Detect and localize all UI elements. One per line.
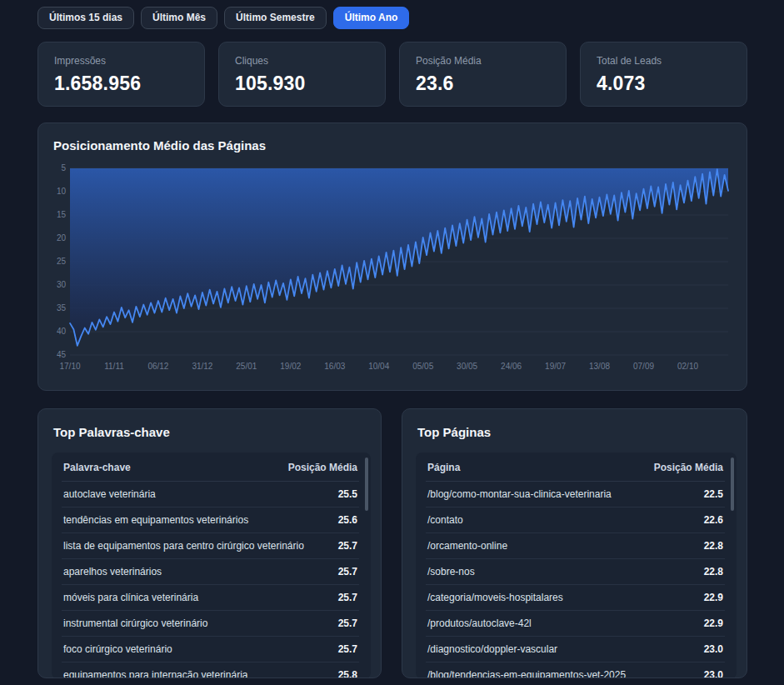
keywords-scrollbar-thumb[interactable]: [365, 458, 368, 511]
svg-text:24/06: 24/06: [501, 362, 522, 371]
keywords-table[interactable]: Palavra-chave Posição Média autoclave ve…: [52, 452, 371, 678]
label-cell: /blog/como-montar-sua-clinica-veterinari…: [427, 488, 612, 500]
keywords-table-title: Top Palavras-chave: [53, 425, 371, 439]
filter-button-ultimos-15-dias[interactable]: Últimos 15 dias: [37, 7, 134, 29]
pages-table-header: Página Posição Média: [426, 452, 725, 482]
filter-button-ultimo-ano[interactable]: Último Ano: [333, 7, 410, 29]
keyword-row: equipamentos para internação veterinária…: [62, 662, 359, 678]
svg-text:5: 5: [61, 164, 66, 172]
column-header-position: Posição Média: [654, 462, 723, 473]
svg-text:07/09: 07/09: [633, 362, 654, 371]
svg-text:13/08: 13/08: [589, 362, 610, 371]
svg-text:16/03: 16/03: [324, 362, 345, 371]
label-cell: /orcamento-online: [427, 540, 507, 552]
position-cell: 25.7: [338, 643, 357, 655]
svg-text:02/10: 02/10: [677, 362, 698, 371]
column-header-position: Posição Média: [288, 462, 357, 473]
position-cell: 25.7: [338, 540, 357, 552]
pages-scrollbar-thumb[interactable]: [731, 458, 734, 511]
label-cell: /produtos/autoclave-42l: [427, 618, 532, 629]
label-cell: móveis para clínica veterinária: [63, 592, 198, 603]
position-cell: 23.0: [704, 669, 723, 678]
svg-text:19/02: 19/02: [280, 362, 301, 371]
svg-text:05/05: 05/05: [412, 362, 433, 371]
svg-text:31/12: 31/12: [192, 362, 212, 371]
pages-table-title: Top Páginas: [417, 425, 737, 439]
position-cell: 22.5: [704, 488, 723, 500]
stat-label: Total de Leads: [597, 55, 731, 67]
stat-label: Posição Média: [416, 55, 550, 67]
position-cell: 22.9: [704, 592, 723, 603]
page-row: /blog/tendencias-em-equipamentos-vet-202…: [426, 662, 725, 678]
keywords-table-header: Palavra-chave Posição Média: [62, 452, 359, 482]
label-cell: equipamentos para internação veterinária: [63, 669, 247, 678]
svg-text:45: 45: [57, 350, 67, 359]
label-cell: /blog/tendencias-em-equipamentos-vet-202…: [427, 669, 626, 678]
stat-card-total-leads: Total de Leads 4.073: [580, 42, 747, 107]
position-cell: 25.7: [338, 618, 357, 629]
stat-value: 4.073: [597, 72, 731, 95]
label-cell: tendências em equipamentos veterinários: [63, 514, 248, 526]
position-line-chart: 5101520253035404517/1011/1106/1231/1225/…: [52, 164, 735, 374]
top-keywords-card: Top Palavras-chave Palavra-chave Posição…: [37, 408, 382, 678]
svg-text:25/01: 25/01: [236, 362, 257, 371]
keyword-row: móveis para clínica veterinária25.7: [62, 585, 359, 611]
pages-table[interactable]: Página Posição Média /blog/como-montar-s…: [416, 452, 737, 678]
svg-text:15: 15: [57, 210, 67, 219]
label-cell: foco cirúrgico veterinário: [63, 643, 172, 655]
page-row: /orcamento-online22.8: [426, 533, 725, 559]
stat-card-impressions: Impressões 1.658.956: [37, 42, 205, 107]
svg-text:11/11: 11/11: [104, 362, 124, 371]
svg-text:17/10: 17/10: [59, 362, 80, 371]
position-chart-svg: 5101520253035404517/1011/1106/1231/1225/…: [52, 164, 735, 374]
page-row: /categoria/moveis-hospitalares22.9: [426, 585, 725, 611]
position-cell: 22.8: [704, 540, 723, 552]
svg-text:40: 40: [57, 327, 67, 336]
column-header-page: Página: [427, 462, 460, 473]
position-cell: 25.5: [338, 488, 357, 500]
top-pages-card: Top Páginas Página Posição Média /blog/c…: [402, 408, 747, 678]
page-row: /sobre-nos22.8: [426, 559, 725, 585]
position-cell: 23.0: [704, 643, 723, 655]
page-row: /contato22.6: [426, 508, 725, 533]
keyword-row: instrumental cirúrgico veterinário25.7: [62, 611, 359, 637]
stat-value: 1.658.956: [54, 72, 188, 95]
position-cell: 25.8: [338, 669, 357, 678]
stat-value: 23.6: [416, 72, 550, 95]
avg-position-chart-card: Posicionamento Médio das Páginas 5101520…: [37, 122, 747, 391]
page-row: /produtos/autoclave-42l22.9: [426, 611, 725, 637]
stat-card-clicks: Cliques 105.930: [218, 42, 386, 107]
tables-row: Top Palavras-chave Palavra-chave Posição…: [37, 408, 747, 678]
svg-text:25: 25: [57, 257, 67, 266]
keyword-row: foco cirúrgico veterinário25.7: [62, 637, 359, 662]
keyword-row: lista de equipamentos para centro cirúrg…: [62, 533, 359, 559]
page-row: /diagnostico/doppler-vascular23.0: [426, 637, 725, 662]
column-header-keyword: Palavra-chave: [63, 462, 131, 473]
keyword-row: aparelhos veterinários25.7: [62, 559, 359, 585]
label-cell: autoclave veterinária: [63, 488, 156, 500]
filter-button-ultimo-semestre[interactable]: Último Semestre: [224, 7, 327, 29]
svg-text:19/07: 19/07: [545, 362, 566, 371]
stat-label: Cliques: [235, 55, 369, 67]
page-row: /blog/como-montar-sua-clinica-veterinari…: [426, 482, 725, 508]
label-cell: aparelhos veterinários: [63, 566, 162, 578]
keyword-row: tendências em equipamentos veterinários2…: [62, 508, 359, 533]
filter-button-ultimo-mes[interactable]: Último Mês: [141, 7, 217, 29]
chart-title: Posicionamento Médio das Páginas: [53, 138, 733, 152]
date-filter-group: Últimos 15 dias Último Mês Último Semest…: [37, 7, 747, 29]
svg-text:06/12: 06/12: [147, 362, 168, 371]
position-cell: 25.7: [338, 592, 357, 603]
seo-dashboard: Últimos 15 dias Último Mês Último Semest…: [0, 0, 784, 678]
keyword-row: autoclave veterinária25.5: [62, 482, 359, 508]
position-cell: 22.8: [704, 566, 723, 578]
stat-value: 105.930: [235, 72, 369, 95]
svg-text:20: 20: [57, 233, 67, 242]
position-cell: 25.7: [338, 566, 357, 578]
svg-text:30: 30: [57, 280, 67, 289]
keywords-table-body: autoclave veterinária25.5tendências em e…: [62, 482, 359, 678]
svg-text:30/05: 30/05: [457, 362, 477, 371]
label-cell: /diagnostico/doppler-vascular: [427, 643, 557, 655]
stat-cards-row: Impressões 1.658.956 Cliques 105.930 Pos…: [37, 42, 747, 107]
stat-card-avg-position: Posição Média 23.6: [399, 42, 567, 107]
position-cell: 22.6: [704, 514, 723, 526]
